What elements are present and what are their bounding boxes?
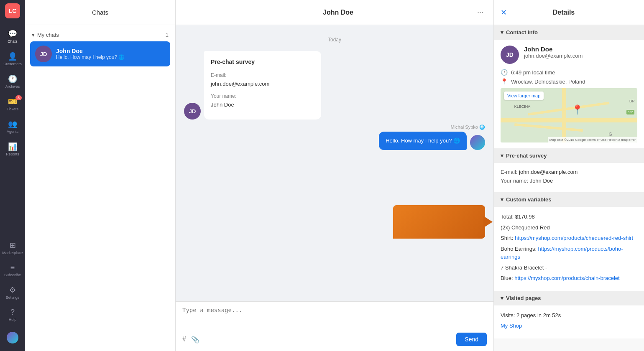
chat-list-title: Chats [92,9,108,16]
sidebar-item-label: Marketplace [2,251,23,255]
map-container: 📍 KLECINA BR 395 G Map data ©2018 Google… [501,88,637,142]
visited-page-link[interactable]: My Shop [501,323,522,329]
local-time: 6:49 pm local time [511,69,555,76]
visits-summary: Visits: 2 pages in 2m 52s [501,311,637,320]
custom-var-shirt: Shirt: https://myshop.com/products/chequ… [501,234,637,242]
sidebar-item-settings[interactable]: ⚙ Settings [0,281,25,304]
hashtag-button[interactable]: # [182,336,186,343]
sidebar-item-help[interactable]: ? Help [0,304,25,326]
left-navigation: LC 💬 Chats 👤 Customers 🕐 Archives 3 🎫 Ti… [0,0,25,351]
agent-name: Michał Sypko 🌐 [451,125,485,130]
chevron-down-icon: ▾ [501,29,503,36]
sidebar-item-archives[interactable]: 🕐 Archives [0,70,25,93]
contact-email: john.doe@example.com [524,53,583,59]
visited-pages-content: Visits: 2 pages in 2m 52s My Shop [494,305,644,338]
avatar: JD [35,46,52,62]
chevron-down-icon: ▾ [32,32,35,38]
name-key: Your name: [501,178,530,184]
reports-icon: 📊 [8,142,17,151]
sticker-bubble [393,205,485,239]
visited-pages-section-header[interactable]: ▾ Visited pages [494,291,644,305]
sidebar-item-customers[interactable]: 👤 Customers [0,48,25,70]
sidebar-item-reports[interactable]: 📊 Reports [0,138,25,160]
pre-chat-survey-bubble: Pre-chat survey E-mail: john.doe@example… [204,51,321,120]
outgoing-message-container: Michał Sypko 🌐 Hello. How may I help you… [184,125,485,150]
location-text: Wroclaw, Dolnoslaskie, Poland [511,79,585,85]
sidebar-item-label: Tickets [7,107,18,111]
custom-var-bracelet-link: Blue: https://myshop.com/products/chain-… [501,274,637,282]
local-time-row: 🕐 6:49 pm local time [501,69,637,76]
contact-info-label: Contact info [506,29,538,36]
visited-pages-label: Visited pages [506,295,541,301]
custom-var-total: Total: $170.98 [501,213,637,221]
sticker-arrow [483,216,493,228]
message-input[interactable] [182,307,487,328]
shirt-link[interactable]: https://myshop.com/products/chequered-re… [515,235,633,241]
clock-icon: 🕐 [501,69,508,76]
custom-var-product1: (2x) Chequered Red [501,224,637,232]
custom-var-bracelet: 7 Shakra Bracelet - [501,264,637,272]
custom-variables-label: Custom variables [506,196,551,203]
agents-icon: 👥 [8,120,17,129]
sidebar-item-label: Help [9,318,17,322]
details-close-button[interactable]: ✕ [501,8,507,17]
map-footer: Map data ©2018 Google Terms of Use Repor… [548,137,637,142]
sidebar-item-tickets[interactable]: 3 🎫 Tickets [0,93,25,115]
custom-variables-content: Total: $170.98 (2x) Chequered Red Shirt:… [494,207,644,291]
more-options-button[interactable]: ··· [475,6,485,18]
sidebar-item-agents[interactable]: 👥 Agents [0,115,25,138]
message-row: Hello. How may I help you? 🌐 [379,132,485,150]
chevron-down-icon: ▾ [501,196,503,203]
earrings-link[interactable]: https://myshop.com/products/boho-earring… [501,246,623,260]
my-chats-toggle[interactable]: ▾ My chats 1 [30,29,170,41]
pre-chat-survey-section-header[interactable]: ▾ Pre-chat survey [494,148,644,163]
sidebar-item-marketplace[interactable]: ⊞ Marketplace [0,237,25,259]
my-chats-section: ▾ My chats 1 JD John Doe Hello. How may … [25,25,175,71]
customers-icon: 👤 [8,52,17,61]
sidebar-item-label: Customers [3,62,22,66]
settings-icon: ⚙ [9,285,16,295]
tickets-badge: 3 [15,95,22,100]
survey-name-label: Your name: [211,92,314,100]
sidebar-item-label: Subscribe [4,273,21,277]
message-bubble-outgoing: Hello. How may I help you? 🌐 [379,132,467,150]
chevron-down-icon: ▾ [501,295,503,301]
sidebar-item-label: Reports [6,152,19,156]
pre-chat-label: Pre-chat survey [506,153,547,159]
location-icon: 📍 [501,78,508,85]
survey-field-label: E-mail: [211,71,314,79]
contact-avatar: JD [501,46,519,64]
avatar: JD [184,103,201,120]
messages-area: Today JD Pre-chat survey E-mail: john.do… [176,25,493,301]
email-value: john.doe@example.com [519,169,578,175]
view-larger-map-button[interactable]: View larger map [504,92,544,100]
send-button[interactable]: Send [456,333,487,346]
sidebar-item-label: Chats [8,39,18,43]
contact-info-section-content: JD John Doe john.doe@example.com 🕐 6:49 … [494,40,644,148]
custom-variables-section-header[interactable]: ▾ Custom variables [494,192,644,207]
subscribe-icon: ≡ [10,263,15,272]
message-row: JD Pre-chat survey E-mail: john.doe@exam… [184,51,485,120]
chat-list-panel: Chats ▾ My chats 1 JD John Doe Hello. Ho… [25,0,176,351]
marketplace-icon: ⊞ [10,241,16,250]
attachment-button[interactable]: 📎 [191,336,199,343]
contact-info-section-header[interactable]: ▾ Contact info [494,25,644,40]
my-chats-count: 1 [166,32,169,38]
chat-header: John Doe ··· [176,0,493,25]
contact-name: John Doe [524,46,583,53]
sidebar-item-label: Settings [6,295,20,300]
sidebar-item-avatar[interactable] [0,328,25,348]
sidebar-item-subscribe[interactable]: ≡ Subscribe [0,259,25,281]
chats-icon: 💬 [8,29,17,38]
date-divider: Today [184,37,485,43]
chat-list-item[interactable]: JD John Doe Hello. How may I help you? 🌐 [30,41,170,66]
bracelet-link[interactable]: https://myshop.com/products/chain-bracel… [514,275,619,281]
chat-item-preview: Hello. How may I help you? 🌐 [56,54,165,60]
sidebar-item-chats[interactable]: 💬 Chats [0,25,25,48]
sidebar-item-label: Archives [5,84,20,89]
chat-header-title: John Doe [201,9,475,16]
chat-list-header: Chats [25,0,175,25]
my-chats-label: My chats [37,32,59,38]
agent-avatar [470,135,485,150]
email-key: E-mail: [501,169,519,175]
